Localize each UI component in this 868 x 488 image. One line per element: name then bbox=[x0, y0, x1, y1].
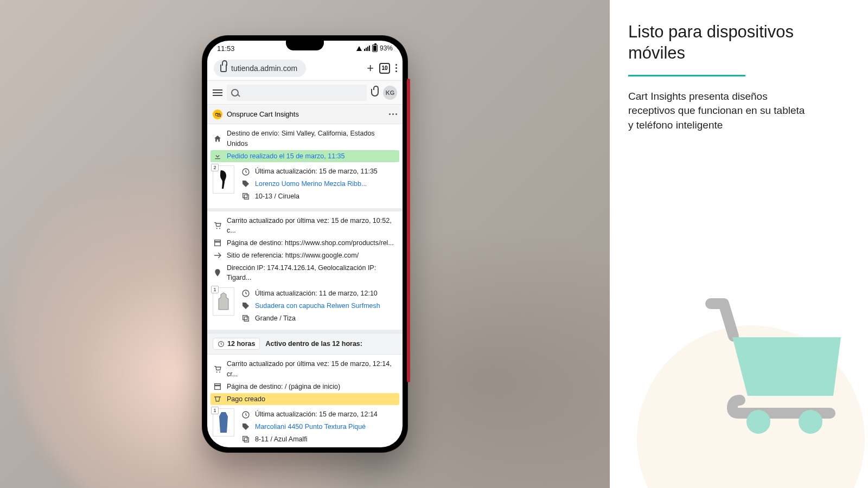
status-time: 11:53 bbox=[217, 44, 235, 53]
phone-notch bbox=[286, 41, 324, 50]
clock-icon bbox=[241, 288, 251, 298]
last-update: Última actualización: 15 de marzo, 11:35 bbox=[255, 166, 378, 177]
svg-rect-1 bbox=[244, 195, 248, 199]
qty-badge: 2 bbox=[211, 164, 219, 171]
time-divider: 12 horas Activo dentro de las 12 horas: bbox=[207, 333, 403, 355]
copy-icon bbox=[241, 434, 251, 444]
qty-badge: 1 bbox=[211, 407, 219, 414]
landing-page: Página de destino: / (página de inicio) bbox=[227, 382, 340, 392]
title-underline bbox=[628, 75, 745, 76]
search-icon bbox=[231, 89, 239, 97]
product-link[interactable]: Sudadera con capucha Relwen Surfmesh bbox=[255, 301, 380, 311]
qty-badge: 1 bbox=[211, 286, 219, 293]
home-icon bbox=[213, 134, 222, 144]
clock-icon bbox=[241, 410, 251, 420]
lock-icon bbox=[220, 65, 227, 72]
signal-icon bbox=[364, 46, 370, 51]
referrer-icon bbox=[213, 251, 222, 260]
avatar[interactable]: KG bbox=[383, 86, 397, 100]
copy-icon bbox=[241, 191, 251, 201]
checkout-created: Pago creado bbox=[227, 394, 265, 404]
svg-rect-13 bbox=[243, 436, 247, 441]
new-tab-button[interactable]: + bbox=[367, 61, 374, 75]
product-row: 1 Última actualización: 15 de marzo, 12:… bbox=[213, 405, 397, 445]
svg-rect-2 bbox=[243, 194, 247, 198]
browser-menu-button[interactable] bbox=[395, 64, 397, 72]
svg-point-3 bbox=[216, 228, 218, 229]
status-right: 93% bbox=[356, 44, 393, 52]
url-text: tutienda.admin.com bbox=[231, 64, 297, 73]
copy-icon bbox=[241, 313, 251, 323]
tag-icon bbox=[241, 179, 251, 189]
product-link[interactable]: Lorenzo Uomo Merino Mezcla Ribb... bbox=[255, 179, 367, 189]
app-header: 🛍 Onspruce Cart Insights bbox=[207, 105, 403, 124]
landing-icon bbox=[213, 238, 222, 248]
menu-button[interactable] bbox=[213, 89, 222, 96]
product-thumb[interactable]: 2 bbox=[213, 165, 234, 194]
app-icon: 🛍 bbox=[213, 110, 222, 119]
checkout-icon bbox=[213, 394, 222, 404]
last-update: Última actualización: 15 de marzo, 12:14 bbox=[255, 409, 378, 420]
product-link[interactable]: Marcoliani 4450 Punto Textura Piqué bbox=[255, 422, 366, 432]
variant: 8-11 / Azul Amalfi bbox=[255, 434, 308, 445]
cart-updated: Carrito actualizado por última vez: 15 d… bbox=[227, 359, 397, 380]
cart-updated: Carrito actualizado por última vez: 15 d… bbox=[227, 216, 397, 236]
wifi-icon bbox=[356, 46, 362, 51]
battery-percent: 93% bbox=[380, 44, 393, 52]
clock-icon bbox=[241, 167, 251, 177]
time-chip-label: 12 horas bbox=[227, 340, 255, 348]
product-thumb[interactable]: 1 bbox=[213, 408, 234, 436]
cart-icon bbox=[213, 221, 222, 230]
tag-icon bbox=[241, 301, 251, 311]
cart-illustration-icon bbox=[700, 293, 852, 434]
shipping-destination: Destino de envío: Simi Valley, Californi… bbox=[227, 129, 397, 149]
cart-block: Destino de envío: Simi Valley, Californi… bbox=[207, 124, 403, 211]
location-icon bbox=[213, 268, 222, 278]
ip-geo: Dirección IP: 174.174.126.14, Geolocaliz… bbox=[227, 263, 397, 284]
svg-point-4 bbox=[219, 228, 220, 229]
marketing-photo-area: 11:53 93% tutienda.admin.com + 10 bbox=[0, 0, 610, 488]
last-update: Última actualización: 11 de marzo, 12:10 bbox=[255, 288, 378, 299]
landing-icon bbox=[213, 382, 222, 391]
notifications-button[interactable] bbox=[371, 89, 379, 97]
referrer: Sitio de referencia: https://www.google.… bbox=[227, 251, 359, 261]
product-row: 2 Última actualización: 15 de marzo, 11:… bbox=[213, 162, 397, 202]
order-placed-link[interactable]: Pedido realizado el 15 de marzo, 11:35 bbox=[227, 151, 345, 162]
svg-point-10 bbox=[219, 371, 220, 373]
svg-point-15 bbox=[799, 410, 822, 434]
time-chip: 12 horas bbox=[213, 338, 260, 350]
panel-description: Cart Insights presenta diseños receptivo… bbox=[628, 89, 813, 133]
tab-switcher-button[interactable]: 10 bbox=[379, 63, 390, 74]
tag-icon bbox=[241, 422, 251, 432]
marketing-panel: Listo para dispositivos móviles Cart Ins… bbox=[610, 0, 868, 488]
browser-toolbar: tutienda.admin.com + 10 bbox=[207, 56, 403, 81]
svg-point-9 bbox=[216, 371, 218, 373]
search-input[interactable] bbox=[227, 85, 367, 101]
product-row: 1 Última actualización: 11 de marzo, 12:… bbox=[213, 284, 397, 324]
download-icon bbox=[213, 151, 222, 161]
variant: Grande / Tiza bbox=[255, 313, 296, 324]
svg-point-14 bbox=[746, 410, 770, 434]
svg-rect-6 bbox=[244, 317, 248, 321]
svg-rect-12 bbox=[244, 438, 248, 442]
product-thumb[interactable]: 1 bbox=[213, 287, 234, 316]
content-scroll[interactable]: Destino de envío: Simi Valley, Californi… bbox=[207, 124, 403, 447]
panel-title: Listo para dispositivos móviles bbox=[628, 22, 846, 64]
app-more-button[interactable] bbox=[389, 113, 397, 115]
url-pill[interactable]: tutienda.admin.com bbox=[214, 60, 306, 77]
app-topbar: KG bbox=[207, 81, 403, 105]
cart-icon bbox=[213, 364, 222, 374]
app-title: Onspruce Cart Insights bbox=[227, 110, 299, 118]
variant: 10-13 / Ciruela bbox=[255, 191, 299, 202]
battery-icon bbox=[372, 44, 378, 52]
cart-block: Carrito actualizado por última vez: 15 d… bbox=[207, 211, 403, 333]
svg-rect-7 bbox=[243, 316, 247, 320]
phone-frame: 11:53 93% tutienda.admin.com + 10 bbox=[202, 35, 408, 453]
divider-text: Activo dentro de las 12 horas: bbox=[265, 340, 362, 348]
landing-page: Página de destino: https://www.shop.com/… bbox=[227, 238, 394, 248]
cart-block: Carrito actualizado por última vez: 15 d… bbox=[207, 355, 403, 447]
phone-screen: 11:53 93% tutienda.admin.com + 10 bbox=[207, 41, 403, 447]
